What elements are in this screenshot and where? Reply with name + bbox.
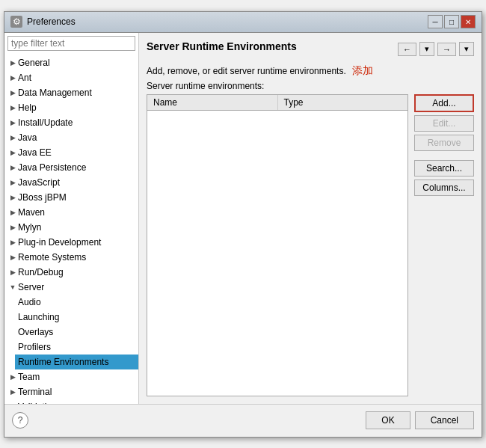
title-bar: ⚙ Preferences ─ □ ✕ bbox=[4, 12, 482, 33]
edit-button[interactable]: Edit... bbox=[414, 115, 474, 132]
maximize-button[interactable]: □ bbox=[444, 15, 459, 28]
sidebar-item-team[interactable]: ▶ Team bbox=[4, 369, 138, 384]
label-general: General bbox=[18, 56, 50, 70]
sidebar-item-audio[interactable]: Audio bbox=[15, 295, 138, 310]
label-java-persistence: Java Persistence bbox=[18, 161, 86, 174]
back-nav-button[interactable]: ← bbox=[398, 43, 416, 56]
sidebar-item-install-update[interactable]: ▶ Install/Update bbox=[4, 115, 138, 130]
panel-description: Add, remove, or edit server runtime envi… bbox=[147, 64, 474, 78]
ok-button[interactable]: OK bbox=[366, 411, 410, 429]
sidebar-item-maven[interactable]: ▶ Maven bbox=[4, 205, 138, 220]
sidebar: ▶ General ▶ Ant ▶ Data Management bbox=[4, 33, 139, 404]
label-profilers: Profilers bbox=[18, 340, 51, 354]
sidebar-item-profilers[interactable]: Profilers bbox=[15, 340, 138, 355]
close-button[interactable]: ✕ bbox=[461, 15, 476, 28]
table-body bbox=[147, 111, 407, 396]
arrow-run-debug: ▶ bbox=[7, 267, 18, 277]
main-panel: Server Runtime Environments ← ▾ → ▾ Add,… bbox=[139, 33, 482, 404]
arrow-java-ee: ▶ bbox=[7, 147, 18, 158]
label-server: Server bbox=[18, 280, 44, 294]
sidebar-item-overlays[interactable]: Overlays bbox=[15, 325, 138, 340]
arrow-remote-systems: ▶ bbox=[7, 252, 18, 263]
sidebar-item-server[interactable]: ▼ Server bbox=[4, 280, 138, 295]
sidebar-item-mylyn[interactable]: ▶ Mylyn bbox=[4, 220, 138, 235]
tree-area: ▶ General ▶ Ant ▶ Data Management bbox=[4, 54, 138, 404]
preferences-icon: ⚙ bbox=[10, 16, 22, 28]
sidebar-item-java-ee[interactable]: ▶ Java EE bbox=[4, 145, 138, 160]
sidebar-item-launching[interactable]: Launching bbox=[15, 310, 138, 325]
sidebar-item-ant[interactable]: ▶ Ant bbox=[4, 70, 138, 85]
column-type: Type bbox=[278, 95, 408, 110]
label-overlays: Overlays bbox=[18, 325, 53, 339]
label-mylyn: Mylyn bbox=[18, 221, 41, 234]
sidebar-item-java[interactable]: ▶ Java bbox=[4, 130, 138, 145]
label-audio: Audio bbox=[18, 295, 41, 309]
arrow-javascript: ▶ bbox=[7, 177, 18, 188]
buttons-panel: Add... Edit... Remove Search... Columns.… bbox=[414, 94, 474, 396]
search-button[interactable]: Search... bbox=[414, 160, 474, 177]
remove-button[interactable]: Remove bbox=[414, 135, 474, 151]
arrow-maven: ▶ bbox=[7, 207, 18, 218]
cancel-button[interactable]: Cancel bbox=[415, 411, 474, 429]
label-java: Java bbox=[18, 131, 37, 144]
label-data-management: Data Management bbox=[18, 86, 92, 99]
chinese-annotation: 添加 bbox=[352, 64, 373, 78]
sidebar-item-plugin-development[interactable]: ▶ Plug-in Development bbox=[4, 235, 138, 250]
label-maven: Maven bbox=[18, 206, 45, 219]
arrow-data-management: ▶ bbox=[7, 88, 18, 98]
sidebar-item-help[interactable]: ▶ Help bbox=[4, 100, 138, 115]
filter-input[interactable] bbox=[7, 36, 135, 51]
table-buttons-area: Name Type Add... Edit... Remove Search..… bbox=[147, 94, 474, 396]
preferences-dialog: ⚙ Preferences ─ □ ✕ ▶ General bbox=[4, 11, 482, 438]
help-button[interactable]: ? bbox=[12, 412, 28, 429]
bottom-buttons: OK Cancel bbox=[366, 411, 474, 429]
sidebar-item-jboss-jbpm[interactable]: ▶ JBoss jBPM bbox=[4, 190, 138, 205]
nav-dropdown-button[interactable]: ▾ bbox=[419, 42, 434, 56]
minimize-button[interactable]: ─ bbox=[428, 15, 443, 28]
label-runtime-environments: Runtime Environments bbox=[18, 355, 108, 369]
label-launching: Launching bbox=[18, 310, 59, 324]
sidebar-item-remote-systems[interactable]: ▶ Remote Systems bbox=[4, 250, 138, 265]
label-ant: Ant bbox=[18, 71, 31, 85]
table-header: Name Type bbox=[147, 95, 407, 111]
arrow-jboss-jbpm: ▶ bbox=[7, 192, 18, 203]
sidebar-item-terminal[interactable]: ▶ Terminal bbox=[4, 384, 138, 399]
label-team: Team bbox=[18, 370, 40, 384]
arrow-mylyn: ▶ bbox=[7, 222, 18, 233]
label-jboss-jbpm: JBoss jBPM bbox=[18, 191, 67, 204]
arrow-java-persistence: ▶ bbox=[7, 162, 18, 173]
window-controls: ─ □ ✕ bbox=[428, 15, 476, 28]
arrow-team: ▶ bbox=[7, 372, 18, 382]
add-button[interactable]: Add... bbox=[414, 94, 474, 112]
sidebar-item-javascript[interactable]: ▶ JavaScript bbox=[4, 175, 138, 190]
sidebar-item-general[interactable]: ▶ General bbox=[4, 55, 138, 70]
label-help: Help bbox=[18, 101, 37, 114]
arrow-ant: ▶ bbox=[7, 73, 18, 83]
arrow-install-update: ▶ bbox=[7, 117, 18, 128]
dialog-content: ▶ General ▶ Ant ▶ Data Management bbox=[4, 33, 482, 404]
forward-nav-dropdown-button[interactable]: ▾ bbox=[459, 42, 474, 56]
sidebar-item-runtime-environments[interactable]: Runtime Environments bbox=[15, 355, 138, 369]
arrow-plugin-development: ▶ bbox=[7, 237, 18, 248]
sidebar-item-run-debug[interactable]: ▶ Run/Debug bbox=[4, 265, 138, 280]
label-terminal: Terminal bbox=[18, 385, 52, 399]
columns-button[interactable]: Columns... bbox=[414, 179, 474, 196]
arrow-help: ▶ bbox=[7, 102, 18, 113]
runtime-environments-table: Name Type bbox=[147, 94, 408, 396]
bottom-bar: ? OK Cancel bbox=[4, 404, 482, 437]
panel-subtitle: Server runtime environments: bbox=[147, 81, 474, 91]
label-java-ee: Java EE bbox=[18, 146, 52, 159]
sidebar-item-java-persistence[interactable]: ▶ Java Persistence bbox=[4, 160, 138, 175]
arrow-general: ▶ bbox=[7, 58, 18, 68]
forward-nav-button[interactable]: → bbox=[437, 43, 456, 56]
label-javascript: JavaScript bbox=[18, 176, 60, 189]
description-text: Add, remove, or edit server runtime envi… bbox=[147, 66, 346, 76]
label-plugin-development: Plug-in Development bbox=[18, 236, 101, 249]
arrow-server: ▼ bbox=[7, 282, 18, 292]
label-remote-systems: Remote Systems bbox=[18, 251, 86, 264]
server-children: Audio Launching Overlays bbox=[4, 295, 138, 369]
sidebar-item-data-management[interactable]: ▶ Data Management bbox=[4, 85, 138, 100]
column-name: Name bbox=[147, 95, 278, 110]
arrow-java: ▶ bbox=[7, 132, 18, 143]
label-run-debug: Run/Debug bbox=[18, 266, 64, 279]
